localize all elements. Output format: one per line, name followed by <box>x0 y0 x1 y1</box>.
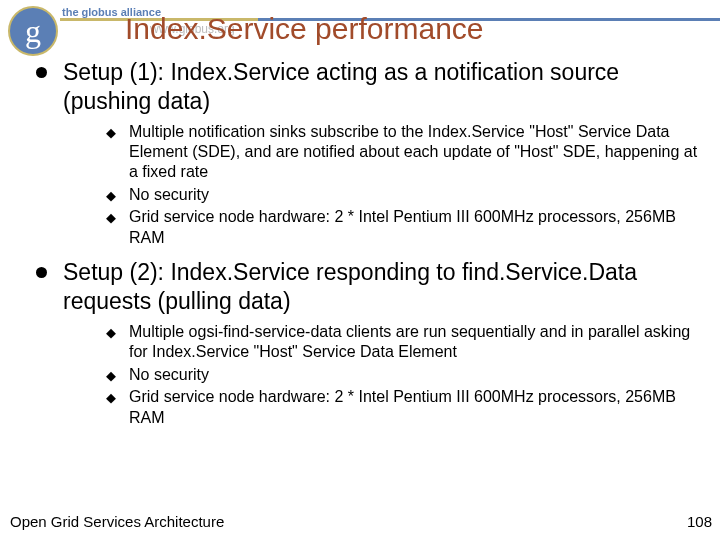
footer-text: Open Grid Services Architecture <box>10 513 224 530</box>
section-1: Setup (1): Index.Service acting as a not… <box>36 58 700 116</box>
list-item-text: Grid service node hardware: 2 * Intel Pe… <box>129 207 700 248</box>
slide-body: Setup (1): Index.Service acting as a not… <box>36 58 700 438</box>
sub-bullet-icon: ◆ <box>106 390 116 428</box>
sub-bullet-icon: ◆ <box>106 125 116 183</box>
list-item-text: No security <box>129 365 209 385</box>
section-1-items: ◆ Multiple notification sinks subscribe … <box>106 122 700 249</box>
list-item-text: Multiple ogsi-find-service-data clients … <box>129 322 700 363</box>
list-item: ◆ No security <box>106 185 700 205</box>
bullet-icon <box>36 67 47 78</box>
sub-bullet-icon: ◆ <box>106 188 116 205</box>
section-2-heading: Setup (2): Index.Service responding to f… <box>63 258 700 316</box>
list-item: ◆ Grid service node hardware: 2 * Intel … <box>106 207 700 248</box>
list-item-text: No security <box>129 185 209 205</box>
sub-bullet-icon: ◆ <box>106 325 116 363</box>
list-item: ◆ Grid service node hardware: 2 * Intel … <box>106 387 700 428</box>
list-item: ◆ Multiple notification sinks subscribe … <box>106 122 700 183</box>
list-item: ◆ No security <box>106 365 700 385</box>
section-2-items: ◆ Multiple ogsi-find-service-data client… <box>106 322 700 428</box>
list-item-text: Multiple notification sinks subscribe to… <box>129 122 700 183</box>
page-number: 108 <box>687 513 712 530</box>
section-1-heading: Setup (1): Index.Service acting as a not… <box>63 58 700 116</box>
bullet-icon <box>36 267 47 278</box>
logo-letter: g <box>25 13 41 50</box>
sub-bullet-icon: ◆ <box>106 210 116 248</box>
section-2: Setup (2): Index.Service responding to f… <box>36 258 700 316</box>
globus-logo-icon: g <box>8 6 58 56</box>
list-item: ◆ Multiple ogsi-find-service-data client… <box>106 322 700 363</box>
list-item-text: Grid service node hardware: 2 * Intel Pe… <box>129 387 700 428</box>
sub-bullet-icon: ◆ <box>106 368 116 385</box>
slide-title: Index.Service performance <box>125 12 484 46</box>
logo: g <box>8 6 58 56</box>
